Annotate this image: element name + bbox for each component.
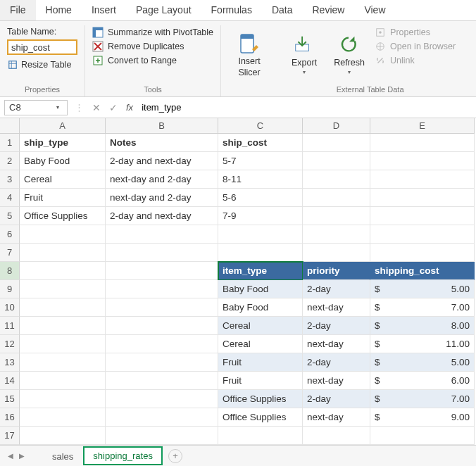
cell-d12[interactable]: next-day [303,335,370,353]
row-header-2[interactable]: 2 [0,152,20,170]
cell-a3[interactable]: Cereal [20,170,106,189]
menu-home[interactable]: Home [36,0,82,20]
name-box[interactable]: C8 ▾ [4,100,68,115]
cell-d11[interactable]: 2-day [303,317,370,335]
cell-c12[interactable]: Cereal [218,335,303,353]
cell-b1[interactable]: Notes [106,134,218,152]
row-header-7[interactable]: 7 [0,244,20,262]
menu-formulas[interactable]: Formulas [201,0,262,20]
row-header-17[interactable]: 17 [0,427,20,445]
insert-slicer-button[interactable]: Insert Slicer [228,25,270,84]
cell-e10[interactable]: $7.00 [370,298,475,317]
cell-a1[interactable]: ship_type [20,134,106,152]
add-sheet-button[interactable]: + [168,449,182,463]
cell-b11[interactable] [106,317,218,335]
sheet-nav-prev-icon[interactable]: ◀ [6,452,15,460]
cell-d15[interactable]: 2-day [303,390,370,408]
cell-e3[interactable] [370,170,475,189]
cell-a10[interactable] [20,298,106,317]
row-header-5[interactable]: 5 [0,207,20,225]
cell-c11[interactable]: Cereal [218,317,303,335]
row-header-14[interactable]: 14 [0,372,20,390]
cell-b7[interactable] [106,244,218,262]
cell-a6[interactable] [20,225,106,244]
sheet-tab-sales[interactable]: sales [44,448,82,465]
row-header-13[interactable]: 13 [0,353,20,372]
menu-page-layout[interactable]: Page Layout [126,0,201,20]
cell-d1[interactable] [303,134,370,152]
open-browser-button[interactable]: Open in Browser [375,39,456,53]
select-all-corner[interactable] [0,118,20,134]
cell-d6[interactable] [303,225,370,244]
cell-d5[interactable] [303,207,370,225]
cell-b14[interactable] [106,372,218,390]
cell-e9[interactable]: $5.00 [370,280,475,298]
cell-d8[interactable]: priority [303,262,370,280]
sheet-tab-shipping-rates[interactable]: shipping_rates [83,446,163,465]
cell-d13[interactable]: 2-day [303,353,370,372]
row-header-16[interactable]: 16 [0,408,20,427]
menu-view[interactable]: View [354,0,395,20]
fx-accept-icon[interactable]: ✓ [105,102,122,113]
row-header-15[interactable]: 15 [0,390,20,408]
cell-b9[interactable] [106,280,218,298]
cell-e11[interactable]: $8.00 [370,317,475,335]
cell-e12[interactable]: $11.00 [370,335,475,353]
cell-d16[interactable]: next-day [303,408,370,427]
cell-b12[interactable] [106,335,218,353]
formula-input[interactable] [137,101,476,114]
cell-c5[interactable]: 7-9 [218,207,303,225]
cell-b8[interactable] [106,262,218,280]
cell-a12[interactable] [20,335,106,353]
cell-b17[interactable] [106,427,218,445]
summarize-pivottable-button[interactable]: Summarize with PivotTable [92,25,213,39]
cell-e1[interactable] [370,134,475,152]
cell-a4[interactable]: Fruit [20,189,106,207]
cell-a9[interactable] [20,280,106,298]
cell-e14[interactable]: $6.00 [370,372,475,390]
cell-a5[interactable]: Office Supplies [20,207,106,225]
row-header-8[interactable]: 8 [0,262,20,280]
menu-insert[interactable]: Insert [82,0,126,20]
cell-c15[interactable]: Office Supplies [218,390,303,408]
menu-file[interactable]: File [0,0,36,20]
cell-e13[interactable]: $5.00 [370,353,475,372]
cell-d4[interactable] [303,189,370,207]
menu-data[interactable]: Data [262,0,303,20]
cell-a17[interactable] [20,427,106,445]
col-header-c[interactable]: C [218,118,303,134]
cell-d10[interactable]: next-day [303,298,370,317]
cell-b10[interactable] [106,298,218,317]
cell-a13[interactable] [20,353,106,372]
cell-c17[interactable] [218,427,303,445]
sheet-nav-next-icon[interactable]: ▶ [17,452,27,460]
cell-a7[interactable] [20,244,106,262]
col-header-e[interactable]: E [370,118,475,134]
ext-properties-button[interactable]: Properties [375,25,456,39]
cell-c3[interactable]: 8-11 [218,170,303,189]
cell-e5[interactable] [370,207,475,225]
cell-b5[interactable]: 2-day and next-day [106,207,218,225]
row-header-1[interactable]: 1 [0,134,20,152]
row-header-11[interactable]: 11 [0,317,20,335]
cell-a15[interactable] [20,390,106,408]
col-header-a[interactable]: A [20,118,106,134]
cell-d2[interactable] [303,152,370,170]
cell-c9[interactable]: Baby Food [218,280,303,298]
cell-b6[interactable] [106,225,218,244]
cell-b3[interactable]: next-day and 2-day [106,170,218,189]
cell-c14[interactable]: Fruit [218,372,303,390]
cell-c1[interactable]: ship_cost [218,134,303,152]
cell-e15[interactable]: $7.00 [370,390,475,408]
cell-b16[interactable] [106,408,218,427]
cell-c8[interactable]: item_type [218,262,303,280]
cell-c7[interactable] [218,244,303,262]
cell-d9[interactable]: 2-day [303,280,370,298]
export-button[interactable]: Export ▾ [284,25,324,84]
row-header-9[interactable]: 9 [0,280,20,298]
cell-a2[interactable]: Baby Food [20,152,106,170]
cell-c16[interactable]: Office Supplies [218,408,303,427]
menu-review[interactable]: Review [303,0,355,20]
fx-cancel-icon[interactable]: ✕ [88,102,105,113]
cell-e17[interactable] [370,427,475,445]
